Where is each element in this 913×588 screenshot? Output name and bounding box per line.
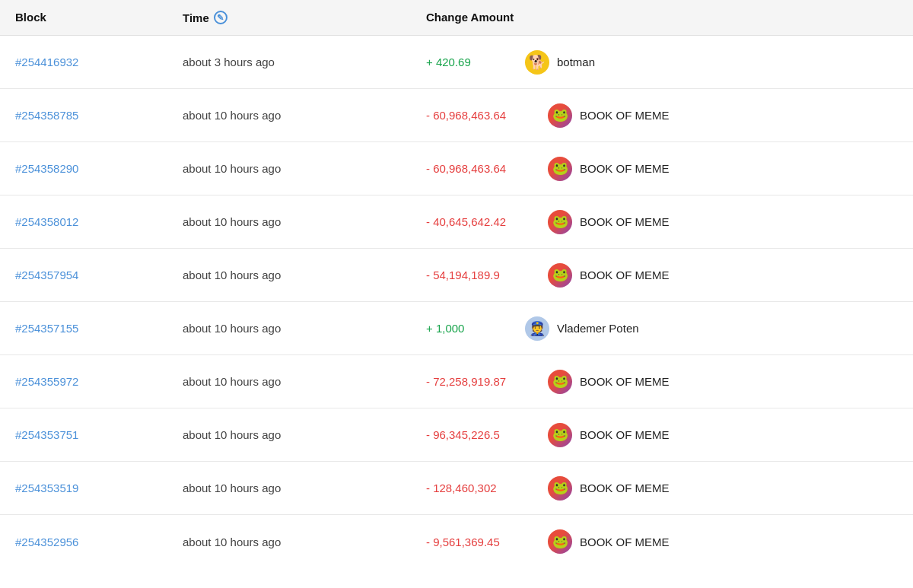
token-avatar: 🐸 (548, 103, 572, 128)
block-link[interactable]: #254355972 (15, 375, 78, 388)
block-link[interactable]: #254416932 (15, 56, 78, 68)
time-cell: about 10 hours ago (183, 536, 426, 548)
amount-value: - 60,968,463.64 (426, 162, 540, 175)
change-cell: - 40,645,642.42🐸BOOK OF MEME (426, 210, 898, 234)
block-link[interactable]: #254357155 (15, 322, 78, 335)
block-cell: #254355972 (15, 375, 183, 388)
block-cell: #254358785 (15, 109, 183, 122)
table-row: #254358290about 10 hours ago- 60,968,463… (0, 142, 913, 195)
change-cell: + 1,000👮Vlademer Poten (426, 316, 898, 341)
time-text: about 10 hours ago (183, 482, 281, 494)
col-header-change: Change Amount (426, 11, 898, 24)
change-cell: - 72,258,919.87🐸BOOK OF MEME (426, 370, 898, 394)
amount-value: + 420.69 (426, 56, 517, 68)
time-text: about 10 hours ago (183, 215, 281, 228)
change-cell: - 96,345,226.5🐸BOOK OF MEME (426, 423, 898, 447)
table-row: #254416932about 3 hours ago+ 420.69🐕botm… (0, 36, 913, 89)
time-cell: about 10 hours ago (183, 322, 426, 335)
block-cell: #254353751 (15, 428, 183, 441)
token-name: BOOK OF MEME (580, 482, 670, 494)
amount-value: - 9,561,369.45 (426, 536, 540, 548)
time-cell: about 10 hours ago (183, 109, 426, 122)
time-text: about 10 hours ago (183, 322, 281, 335)
table-row: #254357155about 10 hours ago+ 1,000👮Vlad… (0, 302, 913, 355)
block-link[interactable]: #254358290 (15, 162, 78, 175)
block-link[interactable]: #254357954 (15, 269, 78, 281)
block-cell: #254358012 (15, 215, 183, 228)
token-avatar: 🐸 (548, 423, 572, 447)
amount-value: - 96,345,226.5 (426, 428, 540, 441)
token-avatar: 🐸 (548, 157, 572, 181)
token-avatar: 🐸 (548, 476, 572, 501)
token-avatar: 👮 (525, 316, 549, 341)
time-cell: about 10 hours ago (183, 162, 426, 175)
change-cell: - 60,968,463.64🐸BOOK OF MEME (426, 103, 898, 128)
change-cell: - 54,194,189.9🐸BOOK OF MEME (426, 263, 898, 288)
amount-value: - 72,258,919.87 (426, 375, 540, 388)
clock-icon: ✎ (214, 11, 227, 24)
time-text: about 10 hours ago (183, 162, 281, 175)
time-text: about 3 hours ago (183, 56, 275, 68)
token-avatar: 🐸 (548, 370, 572, 394)
token-name: BOOK OF MEME (580, 162, 670, 175)
token-name: BOOK OF MEME (580, 215, 670, 228)
token-avatar: 🐕 (525, 50, 549, 75)
time-text: about 10 hours ago (183, 536, 281, 548)
amount-value: - 60,968,463.64 (426, 109, 540, 122)
block-cell: #254416932 (15, 56, 183, 68)
amount-value: + 1,000 (426, 322, 517, 335)
amount-value: - 54,194,189.9 (426, 269, 540, 281)
time-text: about 10 hours ago (183, 375, 281, 388)
time-text: about 10 hours ago (183, 428, 281, 441)
token-avatar: 🐸 (548, 529, 572, 554)
time-cell: about 10 hours ago (183, 428, 426, 441)
token-avatar: 🐸 (548, 263, 572, 288)
change-cell: - 9,561,369.45🐸BOOK OF MEME (426, 529, 898, 554)
token-avatar: 🐸 (548, 210, 572, 234)
block-cell: #254353519 (15, 482, 183, 494)
block-cell: #254352956 (15, 536, 183, 548)
time-text: about 10 hours ago (183, 269, 281, 281)
time-text: about 10 hours ago (183, 109, 281, 122)
time-cell: about 10 hours ago (183, 375, 426, 388)
token-name: BOOK OF MEME (580, 269, 670, 281)
time-cell: about 10 hours ago (183, 269, 426, 281)
block-link[interactable]: #254358012 (15, 215, 78, 228)
block-link[interactable]: #254352956 (15, 536, 78, 548)
time-cell: about 10 hours ago (183, 215, 426, 228)
block-link[interactable]: #254358785 (15, 109, 78, 122)
token-name: BOOK OF MEME (580, 375, 670, 388)
table-row: #254353519about 10 hours ago- 128,460,30… (0, 462, 913, 515)
block-link[interactable]: #254353519 (15, 482, 78, 494)
block-cell: #254358290 (15, 162, 183, 175)
time-cell: about 10 hours ago (183, 482, 426, 494)
table-row: #254358012about 10 hours ago- 40,645,642… (0, 195, 913, 249)
time-cell: about 3 hours ago (183, 56, 426, 68)
block-cell: #254357155 (15, 322, 183, 335)
token-name: BOOK OF MEME (580, 536, 670, 548)
col-header-block: Block (15, 11, 183, 24)
col-header-time: Time ✎ (183, 11, 426, 24)
token-name: BOOK OF MEME (580, 428, 670, 441)
token-name: BOOK OF MEME (580, 109, 670, 122)
token-name: Vlademer Poten (557, 322, 639, 335)
time-label: Time (183, 11, 209, 24)
change-cell: + 420.69🐕botman (426, 50, 898, 75)
token-name: botman (557, 56, 595, 68)
table-body: #254416932about 3 hours ago+ 420.69🐕botm… (0, 36, 913, 568)
table-row: #254355972about 10 hours ago- 72,258,919… (0, 355, 913, 408)
block-link[interactable]: #254353751 (15, 428, 78, 441)
table-header: Block Time ✎ Change Amount (0, 0, 913, 36)
block-cell: #254357954 (15, 269, 183, 281)
table-row: #254352956about 10 hours ago- 9,561,369.… (0, 515, 913, 568)
amount-value: - 40,645,642.42 (426, 215, 540, 228)
change-cell: - 128,460,302🐸BOOK OF MEME (426, 476, 898, 501)
amount-value: - 128,460,302 (426, 482, 540, 494)
main-table: Block Time ✎ Change Amount #254416932abo… (0, 0, 913, 568)
table-row: #254353751about 10 hours ago- 96,345,226… (0, 408, 913, 462)
change-cell: - 60,968,463.64🐸BOOK OF MEME (426, 157, 898, 181)
table-row: #254358785about 10 hours ago- 60,968,463… (0, 89, 913, 142)
table-row: #254357954about 10 hours ago- 54,194,189… (0, 249, 913, 302)
